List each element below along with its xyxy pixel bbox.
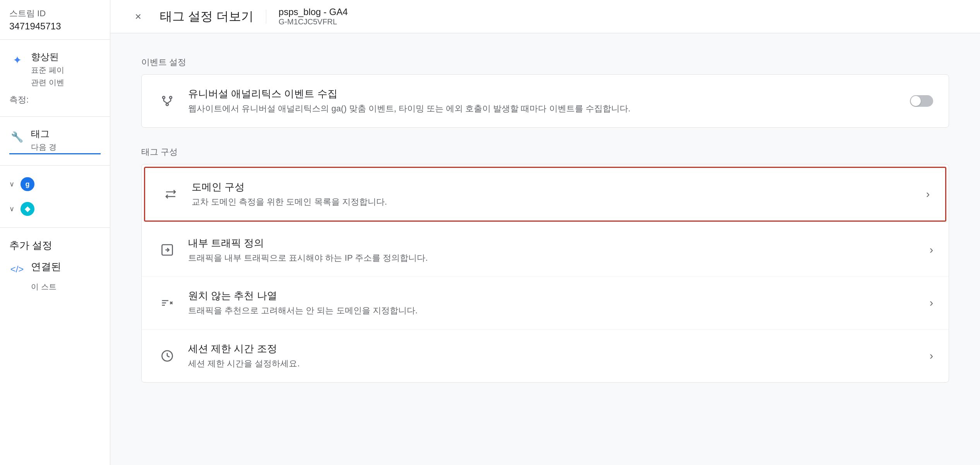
enhanced-desc2: 관련 이벤 (31, 77, 64, 88)
active-underline (9, 153, 101, 154)
tag-desc: 다음 경 (31, 142, 57, 152)
ua-event-icon (157, 91, 177, 111)
domain-desc: 교차 도메인 측정을 위한 도메인 목록을 지정합니다. (192, 196, 926, 208)
panel-content: 이벤트 설정 유니버설 애널리틱스 이벤트 수집 (110, 33, 980, 465)
main-panel: × 태그 설정 더보기 psps_blog - GA4 G-M1CJC5VFRL… (110, 0, 980, 465)
domain-chevron-right-icon: › (926, 188, 930, 200)
session-timeout-svg-icon (160, 349, 174, 363)
measurement-label: 측정: (9, 94, 101, 106)
panel-subtitle-block: psps_blog - GA4 G-M1CJC5VFRL (279, 7, 348, 26)
fork-arrows-icon (160, 94, 174, 108)
connected-desc: 이 스트 (31, 281, 61, 292)
internal-traffic-icon (157, 240, 177, 260)
ua-event-title: 유니버설 애널리틱스 이벤트 수집 (188, 87, 910, 101)
ua-event-toggle[interactable] (910, 95, 933, 107)
svg-line-18 (167, 356, 170, 357)
session-timeout-icon (157, 346, 177, 366)
unwanted-referrals-text: 원치 않는 추천 나열 트래픽을 추천으로 고려해서는 안 되는 도메인을 지정… (188, 289, 930, 317)
connected-item: </> 연결된 이 스트 (9, 260, 101, 292)
wrench-icon: 🔧 (11, 131, 23, 143)
domain-text: 도메인 구성 교차 도메인 측정을 위한 도메인 목록을 지정합니다. (192, 180, 926, 208)
unwanted-referrals-title: 원치 않는 추천 나열 (188, 289, 930, 303)
sparkle-icon-container: ✦ (9, 52, 25, 68)
svg-line-6 (167, 101, 171, 103)
tag-title: 태그 (31, 128, 57, 140)
internal-traffic-chevron-right-icon: › (930, 244, 933, 256)
nav-icon-diamond: ◆ (21, 202, 34, 216)
svg-point-0 (163, 96, 165, 99)
tag-text: 태그 다음 경 (31, 128, 57, 152)
chevron-down-icon-1: ∨ (9, 180, 14, 188)
stream-id-label: 스트림 ID (9, 8, 101, 19)
session-timeout-action: › (930, 350, 933, 362)
internal-traffic-text: 내부 트래픽 정의 트래픽을 내부 트래픽으로 표시해야 하는 IP 주소를 정… (188, 236, 930, 264)
session-timeout-row[interactable]: 세션 제한 시간 조정 세션 제한 시간을 설정하세요. › (142, 330, 949, 382)
event-settings-card: 유니버설 애널리틱스 이벤트 수집 웹사이트에서 유니버설 애널리틱스의 ga(… (141, 74, 949, 128)
domain-icon (161, 184, 181, 204)
wrench-icon-container: 🔧 (9, 129, 25, 145)
panel-title: 태그 설정 더보기 (160, 8, 254, 25)
stream-id-section: 스트림 ID 3471945713 (0, 0, 110, 40)
close-button[interactable]: × (129, 7, 147, 26)
ua-event-text: 유니버설 애널리틱스 이벤트 수집 웹사이트에서 유니버설 애널리틱스의 ga(… (188, 87, 910, 115)
unwanted-referrals-svg-icon (160, 296, 174, 310)
domain-title: 도메인 구성 (192, 180, 926, 194)
tag-config-label: 태그 구성 (141, 146, 949, 158)
unwanted-referrals-action: › (930, 297, 933, 309)
internal-traffic-desc: 트래픽을 내부 트래픽으로 표시해야 하는 IP 주소를 정의합니다. (188, 252, 930, 264)
ua-event-toggle-action[interactable] (910, 95, 933, 107)
internal-traffic-row[interactable]: 내부 트래픽 정의 트래픽을 내부 트래픽으로 표시해야 하는 IP 주소를 정… (142, 224, 949, 277)
code-icon-container: </> (9, 262, 25, 277)
enhanced-section: ✦ 향상된 표준 페이 관련 이벤 측정: (0, 40, 110, 117)
header-divider (266, 10, 266, 24)
internal-traffic-svg-icon (160, 243, 174, 257)
panel-subtitle-sub: G-M1CJC5VFRL (279, 17, 348, 26)
chevron-down-icon-2: ∨ (9, 205, 14, 213)
sidebar: 스트림 ID 3471945713 ✦ 향상된 표준 페이 관련 이벤 측정: … (0, 0, 110, 465)
extra-settings-section: 추가 설정 </> 연결된 이 스트 (0, 228, 110, 303)
internal-traffic-title: 내부 트래픽 정의 (188, 236, 930, 250)
enhanced-title: 향상된 (31, 51, 64, 63)
event-settings-label: 이벤트 설정 (141, 56, 949, 68)
unwanted-referrals-chevron-right-icon: › (930, 297, 933, 309)
tag-config-card: 도메인 구성 교차 도메인 측정을 위한 도메인 목록을 지정합니다. › (141, 164, 949, 383)
enhanced-text: 향상된 표준 페이 관련 이벤 (31, 51, 64, 88)
panel-subtitle-main: psps_blog - GA4 (279, 7, 348, 17)
sidebar-nav-item-2[interactable]: ∨ ◆ (0, 197, 110, 221)
panel-header: × 태그 설정 더보기 psps_blog - GA4 G-M1CJC5VFRL (110, 0, 980, 33)
toggle-thumb (911, 96, 921, 106)
enhanced-desc1: 표준 페이 (31, 65, 64, 75)
session-timeout-desc: 세션 제한 시간을 설정하세요. (188, 358, 930, 370)
sparkle-icon: ✦ (13, 54, 22, 67)
domain-action: › (926, 188, 930, 200)
domain-config-row[interactable]: 도메인 구성 교차 도메인 측정을 위한 도메인 목록을 지정합니다. › (144, 167, 946, 222)
ua-event-desc: 웹사이트에서 유니버설 애널리틱스의 ga() 맞춤 이벤트, 타이밍 또는 에… (188, 103, 910, 115)
svg-point-1 (170, 96, 172, 99)
tag-section: 🔧 태그 다음 경 (0, 117, 110, 166)
svg-line-5 (164, 101, 167, 103)
unwanted-referrals-icon (157, 293, 177, 313)
nav-icon-g: g (21, 177, 34, 191)
unwanted-referrals-row[interactable]: 원치 않는 추천 나열 트래픽을 추천으로 고려해서는 안 되는 도메인을 지정… (142, 277, 949, 330)
connected-title: 연결된 (31, 260, 61, 274)
extra-settings-title: 추가 설정 (9, 239, 101, 252)
session-timeout-title: 세션 제한 시간 조정 (188, 342, 930, 356)
session-timeout-chevron-right-icon: › (930, 350, 933, 362)
unwanted-referrals-desc: 트래픽을 추천으로 고려해서는 안 되는 도메인을 지정합니다. (188, 305, 930, 317)
svg-point-2 (166, 103, 168, 106)
sidebar-nav-items: ∨ g ∨ ◆ (0, 166, 110, 228)
ua-event-row[interactable]: 유니버설 애널리틱스 이벤트 수집 웹사이트에서 유니버설 애널리틱스의 ga(… (142, 75, 949, 127)
stream-id-value: 3471945713 (9, 21, 101, 32)
connected-text: 연결된 이 스트 (31, 260, 61, 292)
sidebar-nav-item-1[interactable]: ∨ g (0, 172, 110, 197)
internal-traffic-action: › (930, 244, 933, 256)
code-icon: </> (10, 264, 24, 275)
session-timeout-text: 세션 제한 시간 조정 세션 제한 시간을 설정하세요. (188, 342, 930, 370)
domain-arrows-icon (164, 187, 178, 201)
